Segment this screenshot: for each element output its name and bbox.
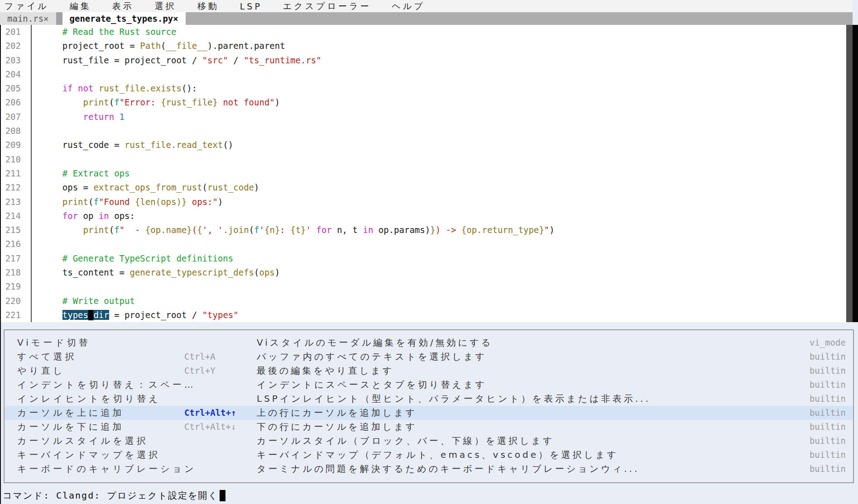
code-token: {n} [264, 225, 280, 235]
palette-command-name: すべて選択 [17, 350, 77, 364]
code-line[interactable]: 201 # Read the Rust source [0, 25, 849, 39]
line-number: 219 [0, 280, 25, 294]
palette-source: builtin [810, 392, 846, 406]
code-token: rust_code = [42, 140, 125, 150]
menu-item-7[interactable]: エクスプローラー [283, 0, 371, 12]
code-token: "src" [202, 55, 228, 65]
palette-row-1[interactable]: Viモード切替Viスタイルのモーダル編集を有効/無効にするvi_mode [5, 336, 853, 350]
code-line[interactable]: 217 # Generate TypeScript definitions [0, 252, 849, 266]
code-token: rust_file.read_text [125, 140, 223, 150]
code-token: # Write output [62, 296, 135, 306]
code-token [42, 211, 62, 221]
palette-description: 下の行にカーソルを追加します [257, 420, 417, 434]
code-line[interactable]: 202 project_root = Path(__file__).parent… [0, 39, 849, 53]
palette-source: builtin [810, 448, 846, 462]
code-line[interactable]: 214 for op in ops: [0, 209, 849, 223]
code-token: f [114, 225, 119, 235]
code-token [42, 296, 62, 306]
scrollbar[interactable] [846, 25, 853, 322]
code-line[interactable]: 213 print(f"Found {len(ops)} ops:") [0, 195, 849, 209]
code-token: " [544, 225, 549, 235]
code-line[interactable]: 205 if not rust_file.exists(): [0, 81, 849, 95]
code-text: types_dir = project_root / "types" [25, 308, 239, 322]
code-token: f [254, 225, 259, 235]
code-token: " - [120, 225, 145, 235]
editor[interactable]: 201 # Read the Rust source202 project_ro… [0, 25, 858, 322]
code-line[interactable]: 211 # Extract ops [0, 166, 849, 181]
palette-row-10[interactable]: キーボードのキャリブレーションターミナルの問題を解決するためのキーボードキャリブ… [5, 462, 853, 476]
code-token: ( [109, 225, 114, 235]
code-text: return 1 [25, 110, 125, 124]
palette-row-2[interactable]: すべて選択Ctrl+Aバッファ内のすべてのテキストを選択しますbuiltin [5, 350, 853, 364]
code-token [42, 225, 83, 235]
code-text [25, 124, 42, 138]
code-line[interactable]: 203 rust_file = project_root / "src" / "… [0, 53, 849, 67]
palette-row-4[interactable]: インデントを切り替え：スペー…インデントにスペースとタブを切り替えますbuilt… [5, 378, 853, 392]
palette-command-name: インデントを切り替え：スペー… [17, 378, 196, 392]
code-line[interactable]: 216 [0, 237, 849, 251]
selected-text: types [62, 310, 88, 320]
line-number: 216 [0, 237, 25, 251]
code-token [42, 197, 62, 207]
menu-item-1[interactable]: ファイル [5, 0, 49, 12]
menu-item-3[interactable]: 表示 [112, 0, 134, 12]
palette-row-9[interactable]: キーバインドマップを選択キーバインドマップ（デフォルト、emacs、vscode… [5, 448, 853, 462]
window-left-edge [0, 25, 1, 504]
palette-row-5[interactable]: インレイヒントを切り替えLSPインレイヒント（型ヒント、パラメータヒント）を表示… [5, 392, 853, 406]
code-token: project_root = [42, 41, 140, 51]
code-token: () [223, 140, 233, 150]
tab-main.rs[interactable]: main.rs × [0, 12, 56, 25]
code-line[interactable]: 209 rust_code = rust_file.read_text() [0, 138, 849, 152]
code-line[interactable]: 220 # Write output [0, 294, 849, 308]
code-line[interactable]: 206 print(f"Error: {rust_file} not found… [0, 95, 849, 109]
code-line[interactable]: 218 ts_content = generate_typescript_def… [0, 266, 849, 280]
code-token: {len(ops)} [135, 197, 187, 207]
tab-gap [56, 12, 62, 25]
code-token [42, 112, 83, 122]
code-token: / [228, 55, 244, 65]
palette-command-name: キーボードのキャリブレーション [17, 462, 197, 476]
code-line[interactable]: 212 ops = extract_ops_from_rust(rust_cod… [0, 181, 849, 195]
command-line[interactable]: コマンド: Clangd: プロジェクト設定を開く [0, 487, 858, 504]
code-area[interactable]: 201 # Read the Rust source202 project_ro… [0, 25, 849, 322]
palette-row-8[interactable]: カーソルスタイルを選択カーソルスタイル（ブロック、バー、下線）を選択しますbui… [5, 434, 853, 448]
line-number: 201 [0, 25, 25, 39]
line-number: 220 [0, 294, 25, 308]
code-token: ( [202, 182, 207, 192]
menu-item-4[interactable]: 選択 [155, 0, 177, 12]
code-token: # Read the Rust source [62, 27, 177, 37]
palette-command-name: やり直し [17, 364, 65, 378]
tab-generate_ts_types.py[interactable]: generate_ts_types.py × [62, 12, 186, 25]
code-token: __file__ [166, 41, 208, 51]
palette-row-7[interactable]: カーソルを下に追加Ctrl+Alt+↓下の行にカーソルを追加しますbuiltin [5, 420, 853, 434]
code-token: "Error: [120, 97, 161, 107]
code-line[interactable]: 221 types_dir = project_root / "types" [0, 308, 849, 322]
code-token: print [83, 97, 109, 107]
window-right-edge [853, 25, 858, 347]
palette-description: インデントにスペースとタブを切り替えます [257, 378, 487, 392]
code-line[interactable]: 207 return 1 [0, 110, 849, 124]
code-token: ' [306, 225, 311, 235]
palette-row-6[interactable]: カーソルを上に追加Ctrl+Alt+↑上の行にカーソルを追加しますbuiltin [5, 406, 853, 420]
code-token [42, 97, 83, 107]
code-token: ops = [42, 182, 93, 192]
code-token: .join [223, 225, 249, 235]
tab-close-icon[interactable]: × [43, 14, 48, 24]
tab-close-icon[interactable]: × [173, 14, 178, 24]
code-line[interactable]: 215 print(f" - {op.name}({', '.join(f'{n… [0, 223, 849, 237]
code-line[interactable]: 219 [0, 280, 849, 294]
code-text [25, 237, 42, 251]
code-text: # Generate TypeScript definitions [25, 252, 233, 266]
code-token: { [197, 225, 202, 235]
palette-source: vi_mode [810, 336, 846, 350]
palette-row-3[interactable]: やり直しCtrl+Y最後の編集をやり直しますbuiltin [5, 364, 853, 378]
code-line[interactable]: 208 [0, 124, 849, 138]
text-cursor [220, 490, 225, 501]
menu-item-8[interactable]: ヘルプ [392, 0, 425, 12]
menu-item-2[interactable]: 編集 [70, 0, 91, 12]
menu-item-5[interactable]: 移動 [197, 0, 219, 12]
code-line[interactable]: 210 [0, 152, 849, 166]
menu-item-6[interactable]: LSP [240, 1, 262, 11]
line-number: 215 [0, 223, 25, 237]
code-line[interactable]: 204 [0, 67, 849, 81]
